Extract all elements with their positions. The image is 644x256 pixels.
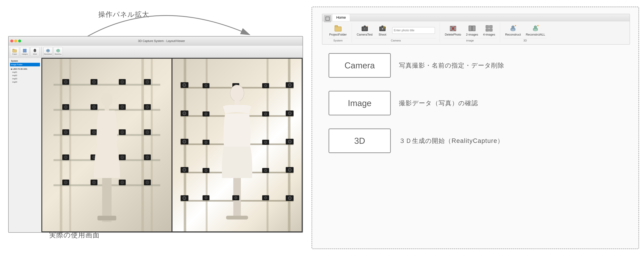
- tb-category-label: Category: [22, 53, 28, 55]
- 3d-section-box: 3D: [328, 128, 391, 153]
- folder-icon-ribbon: [334, 25, 342, 32]
- svg-point-9: [47, 50, 49, 51]
- 3d-buttons: ✱ Reconstruct ✱ ReconstrctALL: [504, 23, 547, 38]
- reconstruct-icon-tb: [46, 48, 50, 53]
- tb-category-btn[interactable]: Category: [20, 47, 29, 56]
- camera-test-icon-ribbon: ✱: [361, 25, 369, 32]
- svg-point-22: [64, 80, 67, 83]
- tb-recon-label: Reconstruct: [44, 53, 52, 55]
- ribbon-group-image: DeletePhoto 2-images: [440, 23, 500, 43]
- svg-point-89: [288, 140, 291, 143]
- reconstruct-btn[interactable]: ✱ Reconstruct: [504, 24, 522, 37]
- sidebar-item-0[interactable]: Image Folder: [10, 63, 40, 66]
- delete-photo-icon: [449, 25, 457, 32]
- two-images-btn[interactable]: 2-images: [464, 24, 480, 37]
- ribbon-group-system: ProjectFolder System: [324, 23, 352, 43]
- svg-point-79: [183, 140, 186, 143]
- reconstruct-all-btn[interactable]: ✱ ReconstrctALL: [524, 24, 547, 37]
- image-section-box: Image: [328, 91, 391, 115]
- sidebar-section-label: ▶ LIBO-T2-3D-1001: [10, 68, 40, 71]
- delete-photo-btn[interactable]: DeletePhoto: [443, 24, 463, 37]
- tab-home[interactable]: Home: [332, 14, 350, 21]
- tb-recon-btn[interactable]: Reconstruct: [44, 47, 52, 56]
- svg-point-101: [205, 113, 207, 115]
- window-content: System Image Folder ▶ LIBO-T2-3D-1001 im…: [9, 58, 302, 232]
- four-images-btn[interactable]: 4-images: [481, 24, 497, 37]
- max-dot: [18, 40, 21, 43]
- shoot-label: Shoot: [379, 33, 386, 36]
- tb-reconall-label: ReconALL: [55, 53, 62, 55]
- svg-point-50: [121, 156, 124, 159]
- 2images-icon: [468, 25, 476, 32]
- svg-point-111: [264, 169, 267, 172]
- svg-point-44: [146, 131, 149, 134]
- shoot-btn[interactable]: Shoot: [376, 24, 389, 37]
- svg-rect-1: [12, 50, 16, 52]
- sidebar-item-1[interactable]: img01: [10, 71, 40, 74]
- camera-section-box: Camera: [328, 53, 391, 78]
- svg-point-95: [205, 84, 207, 87]
- svg-point-99: [264, 84, 267, 87]
- 2images-label: 2-images: [466, 33, 478, 36]
- reconstruct-all-label: ReconstrctALL: [526, 33, 545, 36]
- sidebar-item-4[interactable]: img04: [10, 80, 40, 84]
- camera-group-label: Camera: [355, 38, 436, 42]
- camera-test-btn[interactable]: ✱ CameraTest: [355, 24, 374, 37]
- svg-point-81: [183, 168, 186, 171]
- svg-point-149: [533, 29, 538, 31]
- sidebar-item-2[interactable]: img02: [10, 74, 40, 77]
- svg-point-26: [121, 80, 124, 83]
- panel-expand-label: 操作パネル拡大: [98, 10, 149, 19]
- svg-rect-140: [490, 26, 492, 28]
- svg-point-109: [205, 169, 207, 172]
- main-content: [42, 58, 302, 232]
- sidebar-title: System: [10, 59, 40, 63]
- photo-panel-1: [42, 59, 172, 231]
- svg-rect-141: [486, 29, 489, 31]
- svg-point-145: [511, 29, 515, 31]
- ribbon-body: ProjectFolder System ✱: [322, 21, 630, 44]
- section-row-image: Image 撮影データ（写真）の確認: [328, 91, 504, 115]
- svg-point-117: [205, 196, 207, 199]
- svg-point-42: [121, 131, 124, 134]
- window-toolbar: Project Category: [9, 46, 302, 58]
- frame-svg-2: [172, 59, 302, 231]
- title-input-area: [391, 26, 436, 35]
- screenshot-window: 3D Capture System - Layout/Viewer Projec…: [8, 36, 303, 233]
- camera-test-label: CameraTest: [357, 33, 372, 36]
- svg-point-105: [205, 141, 207, 143]
- svg-point-75: [183, 83, 186, 87]
- tb-reconall-btn[interactable]: ALL ReconALL: [54, 47, 63, 56]
- svg-point-34: [121, 106, 124, 109]
- project-folder-btn[interactable]: ProjectFolder: [328, 24, 348, 37]
- svg-point-103: [264, 113, 267, 115]
- tb-folder-btn[interactable]: Project: [10, 47, 19, 56]
- svg-point-38: [64, 131, 67, 134]
- svg-point-93: [288, 196, 291, 200]
- photo-panel-2: [172, 59, 302, 231]
- camera-buttons: ✱ CameraTest: [355, 23, 436, 38]
- sidebar-item-3[interactable]: img03: [10, 77, 40, 80]
- svg-rect-63: [102, 178, 112, 222]
- camera-section-title: Camera: [344, 61, 375, 70]
- frame-svg-1: [42, 59, 172, 231]
- svg-rect-124: [335, 27, 341, 31]
- svg-rect-123: [326, 17, 329, 20]
- svg-point-52: [146, 156, 149, 159]
- sidebar: System Image Folder ▶ LIBO-T2-3D-1001 im…: [9, 58, 42, 232]
- svg-point-56: [92, 181, 96, 184]
- svg-point-83: [183, 196, 186, 200]
- ribbon-group-camera: ✱ CameraTest: [352, 23, 440, 43]
- photo-title-input[interactable]: [392, 27, 435, 34]
- sidebar-spacer: [10, 66, 40, 68]
- svg-point-46: [64, 156, 67, 159]
- svg-rect-4: [23, 51, 24, 52]
- ribbon-area: Home ProjectFolder System: [322, 14, 630, 45]
- svg-point-91: [288, 168, 291, 171]
- 3d-group-label: 3D: [504, 38, 547, 42]
- svg-text:✱: ✱: [537, 25, 539, 27]
- ribbon-logo: [324, 15, 331, 22]
- svg-point-40: [92, 131, 96, 134]
- system-group-label: System: [328, 38, 348, 42]
- tb-shoot-btn[interactable]: Shoot: [30, 47, 40, 56]
